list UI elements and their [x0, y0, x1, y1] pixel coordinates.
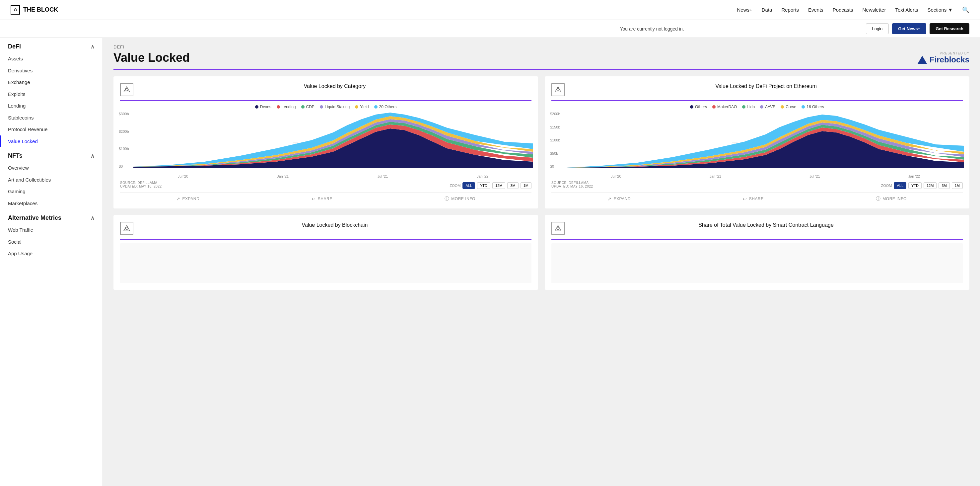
zoom-all-btn[interactable]: ALL [463, 182, 475, 189]
chart1-actions: ↗ EXPAND ↩ SHARE ⓘ MORE INFO [120, 192, 531, 202]
nav-text-alerts[interactable]: Text Alerts [895, 7, 918, 13]
sidebar-nfts-section: NFTs ∧ Overview Art and Collectibles Gam… [0, 147, 102, 209]
chart2-area: THE BLO $200b $150b $100b $50b $0 [550, 112, 964, 178]
page-section-label: DEFI [113, 45, 969, 51]
legend-others: 20 Others [374, 105, 397, 109]
legend-lending: Lending [277, 105, 296, 109]
chart1-divider [120, 100, 531, 101]
more-info2-button[interactable]: ⓘ MORE INFO [876, 196, 907, 202]
sidebar-item-art-collectibles[interactable]: Art and Collectibles [0, 174, 102, 186]
legend2-curve: Curve [781, 105, 796, 109]
chart2-header: Value Locked by DeFi Project on Ethereum [551, 83, 963, 96]
nav-data[interactable]: Data [762, 7, 772, 13]
sidebar-item-assets[interactable]: Assets [0, 53, 102, 65]
main-content: DEFI Value Locked PRESENTED BY Fireblock… [103, 38, 980, 486]
notif-actions: Login Get News+ Get Research [866, 23, 969, 34]
legend2-others: Others [690, 105, 707, 109]
svg-point-7 [557, 227, 559, 229]
chart1-area: THE BLOCK $300b $200b $100b $0 [119, 112, 533, 178]
chart3-icon [120, 222, 134, 235]
sidebar-item-stablecoins[interactable]: Stablecoins [0, 112, 102, 124]
legend2-lido: Lido [742, 105, 755, 109]
chevron-up-icon-nfts: ∧ [91, 153, 95, 159]
sidebar-item-lending[interactable]: Lending [0, 100, 102, 112]
sidebar: DeFi ∧ Assets Derivatives Exchange Explo… [0, 38, 103, 486]
share2-button[interactable]: ↩ SHARE [743, 196, 764, 202]
nav-news[interactable]: News+ [737, 7, 752, 13]
sidebar-item-protocol-revenue[interactable]: Protocol Revenue [0, 123, 102, 135]
zoom2-1m-btn[interactable]: 1M [952, 182, 963, 189]
sponsor-logo: Fireblocks [918, 55, 969, 64]
legend-yield: Yield [355, 105, 369, 109]
chart2-zoom-controls: ZOOM ALL YTD 12M 3M 1M [881, 182, 963, 189]
info2-icon: ⓘ [876, 196, 881, 202]
zoom2-all-btn[interactable]: ALL [894, 182, 906, 189]
svg-marker-4 [124, 225, 130, 231]
zoom-ytd-btn[interactable]: YTD [477, 182, 490, 189]
zoom2-3m-btn[interactable]: 3M [939, 182, 950, 189]
chart2-x-axis: Jul '20 Jan '21 Jul '21 Jan '22 [566, 174, 964, 178]
zoom2-ytd-btn[interactable]: YTD [908, 182, 922, 189]
chart1-x-axis: Jul '20 Jan '21 Jul '21 Jan '22 [134, 174, 533, 178]
chart1-zoom-controls: ZOOM ALL YTD 12M 3M 1M [450, 182, 531, 189]
chart-value-locked-language: Share of Total Value Locked by Smart Con… [545, 215, 969, 290]
chart4-title: Share of Total Value Locked by Smart Con… [569, 222, 963, 229]
zoom-12m-btn[interactable]: 12M [492, 182, 505, 189]
chart2-source: SOURCE: DEFILLAMA UPDATED: MAY 16, 2022 [551, 181, 593, 188]
notif-message: You are currently not logged in. [438, 26, 866, 32]
get-news-button[interactable]: Get News+ [892, 23, 926, 34]
chart3-header: Value Locked by Blockchain [120, 222, 531, 235]
sidebar-item-web-traffic[interactable]: Web Traffic [0, 224, 102, 236]
nav-events[interactable]: Events [808, 7, 823, 13]
login-button[interactable]: Login [866, 23, 889, 34]
nav-sections[interactable]: Sections ▼ [928, 7, 953, 13]
logo[interactable]: ⬡ THE BLOCK [11, 5, 58, 14]
sidebar-nfts-header[interactable]: NFTs ∧ [0, 147, 102, 162]
sidebar-item-exchange[interactable]: Exchange [0, 76, 102, 88]
get-research-button[interactable]: Get Research [929, 23, 969, 34]
sidebar-item-marketplaces[interactable]: Marketplaces [0, 198, 102, 209]
sidebar-item-overview[interactable]: Overview [0, 162, 102, 174]
charts-grid: Value Locked by Category Dexes Lending C… [103, 70, 980, 296]
expand-button[interactable]: ↗ EXPAND [176, 196, 199, 202]
more-info-button[interactable]: ⓘ MORE INFO [445, 196, 476, 202]
nav-podcasts[interactable]: Podcasts [833, 7, 853, 13]
chart1-icon [120, 83, 134, 96]
sidebar-item-gaming[interactable]: Gaming [0, 186, 102, 198]
zoom-1m-btn[interactable]: 1M [520, 182, 531, 189]
chart4-header: Share of Total Value Locked by Smart Con… [551, 222, 963, 235]
chart2-svg [566, 112, 964, 168]
chart3-placeholder [120, 243, 531, 283]
info-icon: ⓘ [445, 196, 450, 202]
sidebar-item-derivatives[interactable]: Derivatives [0, 65, 102, 76]
page-title: Value Locked [113, 51, 190, 65]
expand2-button[interactable]: ↗ EXPAND [608, 196, 631, 202]
svg-point-5 [126, 227, 128, 229]
svg-marker-6 [555, 225, 561, 231]
share2-icon: ↩ [743, 196, 747, 201]
sidebar-item-value-locked[interactable]: Value Locked [0, 135, 102, 147]
chart2-title: Value Locked by DeFi Project on Ethereum [569, 83, 963, 90]
chart2-actions: ↗ EXPAND ↩ SHARE ⓘ MORE INFO [551, 192, 963, 202]
zoom2-12m-btn[interactable]: 12M [924, 182, 937, 189]
search-icon[interactable]: 🔍 [962, 6, 969, 14]
chart1-svg [134, 112, 533, 168]
page-header: DEFI Value Locked PRESENTED BY Fireblock… [103, 38, 980, 70]
sidebar-item-exploits[interactable]: Exploits [0, 88, 102, 100]
sidebar-alt-header[interactable]: Alternative Metrics ∧ [0, 209, 102, 224]
nav-reports[interactable]: Reports [781, 7, 799, 13]
sidebar-item-app-usage[interactable]: App Usage [0, 248, 102, 260]
chevron-up-icon: ∧ [91, 43, 95, 50]
legend2-aave: AAVE [760, 105, 775, 109]
sidebar-defi-section: DeFi ∧ Assets Derivatives Exchange Explo… [0, 38, 102, 147]
legend-cdp: CDP [301, 105, 315, 109]
legend-dexes: Dexes [255, 105, 271, 109]
fireblocks-icon [918, 56, 927, 64]
share-button[interactable]: ↩ SHARE [312, 196, 332, 202]
sidebar-defi-header[interactable]: DeFi ∧ [0, 38, 102, 53]
nav-newsletter[interactable]: Newsletter [862, 7, 886, 13]
zoom-3m-btn[interactable]: 3M [507, 182, 518, 189]
legend2-16others: 16 Others [802, 105, 824, 109]
chart4-placeholder [551, 243, 963, 283]
sidebar-item-social[interactable]: Social [0, 236, 102, 248]
